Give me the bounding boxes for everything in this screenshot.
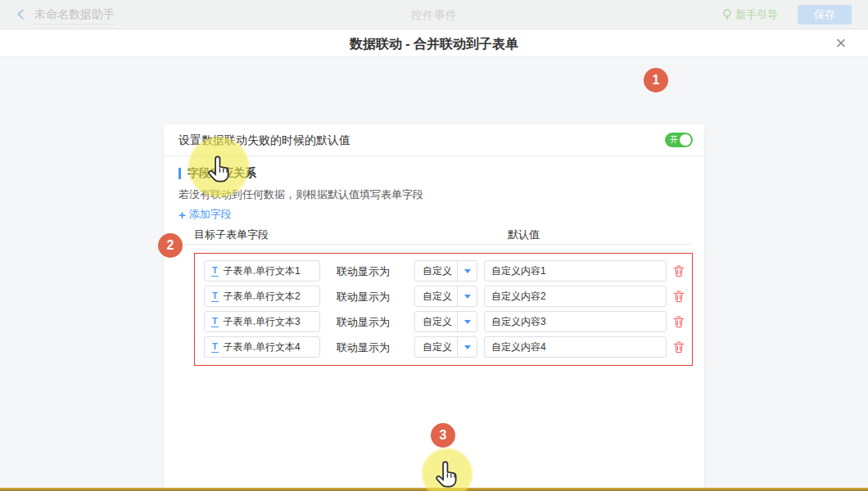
guide-link[interactable]: 新手引导: [722, 7, 778, 22]
trash-icon: [672, 315, 685, 328]
default-value-input[interactable]: [484, 311, 667, 332]
mapping-row: T 子表单.单行文本4 联动显示为 自定义: [195, 336, 692, 358]
relation-label: 联动显示为: [337, 290, 390, 304]
step-badge-1: 1: [644, 68, 668, 92]
default-value-toggle[interactable]: 开: [665, 133, 693, 147]
step-badge-2: 2: [158, 233, 183, 258]
trash-icon: [672, 290, 685, 303]
mapping-row: T 子表单.单行文本1 联动显示为 自定义: [195, 260, 692, 282]
relation-label: 联动显示为: [337, 264, 390, 279]
target-field-value: 子表单.单行文本3: [224, 315, 301, 329]
target-field-select[interactable]: T 子表单.单行文本3: [204, 311, 320, 332]
chevron-down-icon: [464, 295, 471, 299]
mapping-rows-highlight-box: T 子表单.单行文本1 联动显示为 自定义 T: [194, 253, 693, 366]
target-field-value: 子表单.单行文本4: [224, 340, 301, 354]
select-arrow-zone: [457, 286, 477, 306]
text-field-icon: T: [211, 291, 219, 302]
mode-select[interactable]: 自定义: [414, 260, 477, 282]
mode-select[interactable]: 自定义: [414, 286, 477, 307]
target-field-value: 子表单.单行文本1: [224, 264, 301, 278]
trash-icon: [672, 340, 685, 354]
default-value-input[interactable]: [484, 336, 667, 358]
delete-row-button[interactable]: [672, 264, 685, 277]
dialog-header: 数据联动 - 合并联动到子表单 ×: [0, 29, 868, 57]
relation-label: 联动显示为: [337, 340, 390, 355]
chevron-down-icon: [464, 345, 471, 349]
default-value-input[interactable]: [484, 260, 667, 282]
text-field-icon: T: [211, 266, 219, 277]
column-divider: [179, 244, 691, 245]
chevron-down-icon: [464, 269, 471, 273]
select-arrow-zone: [457, 337, 477, 357]
toggle-knob: [680, 134, 691, 146]
mode-value: 自定义: [415, 340, 457, 354]
section-bar-icon: [179, 168, 181, 179]
step-badge-3: 3: [431, 423, 455, 448]
default-value-input[interactable]: [484, 286, 667, 307]
hand-cursor-icon: [436, 460, 460, 489]
text-field-icon: T: [211, 317, 219, 327]
mode-select[interactable]: 自定义: [414, 311, 477, 332]
assistant-name[interactable]: 未命名数据助手: [34, 7, 115, 25]
guide-label: 新手引导: [735, 7, 778, 22]
delete-row-button[interactable]: [672, 340, 685, 354]
plus-icon: +: [179, 208, 186, 222]
mode-select[interactable]: 自定义: [414, 336, 477, 358]
hand-cursor-icon: [208, 155, 233, 184]
screen: 未命名数据助手 控件事件 新手引导 保存 数据联动 - 合并联动到子表单 × 设…: [0, 0, 868, 491]
target-field-select[interactable]: T 子表单.单行文本4: [204, 336, 320, 358]
relation-label: 联动显示为: [337, 315, 390, 330]
target-field-value: 子表单.单行文本2: [224, 290, 301, 304]
app-topbar: 未命名数据助手 控件事件 新手引导 保存: [0, 0, 868, 29]
lightbulb-icon: [722, 9, 732, 20]
close-icon[interactable]: ×: [830, 33, 852, 54]
chevron-down-icon: [464, 320, 471, 324]
mapping-row: T 子表单.单行文本3 联动显示为 自定义: [195, 311, 692, 332]
mode-value: 自定义: [415, 315, 457, 329]
delete-row-button[interactable]: [672, 290, 685, 303]
back-chevron-icon: [17, 9, 28, 20]
dialog-title: 数据联动 - 合并联动到子表单: [350, 36, 518, 53]
mode-value: 自定义: [415, 290, 457, 304]
toggle-state-label: 开: [670, 135, 678, 145]
target-field-select[interactable]: T 子表单.单行文本1: [204, 260, 320, 282]
select-arrow-zone: [457, 261, 477, 281]
mode-value: 自定义: [415, 264, 457, 278]
delete-row-button[interactable]: [672, 315, 685, 328]
target-field-select[interactable]: T 子表单.单行文本2: [204, 286, 320, 307]
save-button[interactable]: 保存: [798, 5, 852, 25]
mapping-row: T 子表单.单行文本2 联动显示为 自定义: [195, 286, 692, 307]
column-header-target: 目标子表单字段: [194, 227, 269, 242]
back-button[interactable]: [15, 7, 29, 22]
trash-icon: [672, 264, 685, 277]
add-field-label: 添加字段: [189, 207, 232, 222]
column-header-default: 默认值: [508, 227, 540, 242]
add-field-link[interactable]: + 添加字段: [179, 207, 232, 222]
select-arrow-zone: [457, 312, 477, 331]
text-field-icon: T: [211, 342, 219, 353]
topbar-title: 控件事件: [411, 8, 457, 23]
